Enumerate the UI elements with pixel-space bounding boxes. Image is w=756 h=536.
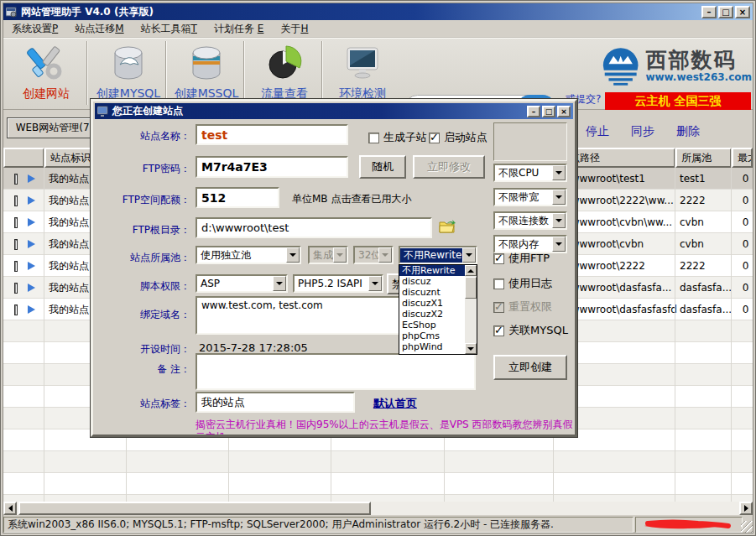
row-checkbox[interactable] — [14, 217, 18, 228]
connection-limit-select[interactable]: 不限连接数 — [493, 211, 567, 230]
site-run-icon[interactable] — [28, 305, 35, 314]
quota-hint[interactable]: 单位MB 点击查看已用大小 — [292, 192, 411, 206]
site-name-label: 站点名称： — [98, 129, 190, 143]
default-homepage-link[interactable]: 默认首页 — [373, 396, 417, 411]
tab-web-site-management[interactable]: WEB网站管理(7) — [7, 117, 102, 138]
env-check-button[interactable]: 环境检测 — [325, 39, 400, 108]
site-name-input[interactable] — [196, 124, 348, 145]
redacted-scribble — [639, 519, 733, 531]
create-mysql-button[interactable]: 创建MYSQL — [91, 39, 166, 108]
dialog-close-button[interactable]: × — [557, 106, 571, 117]
ftp-password-label: FTP密码： — [98, 162, 190, 176]
pie-chart-icon — [264, 43, 305, 83]
site-run-icon[interactable] — [28, 284, 35, 292]
window-title: 网站管理助手 V4.0 (共享版) — [21, 5, 700, 19]
dropdown-scrollbar[interactable] — [465, 265, 477, 354]
open-time-value: 2015-7-28 17:28:05 — [199, 341, 308, 354]
chevron-down-icon[interactable] — [273, 276, 286, 291]
menu-site-migration[interactable]: 站点迁移M — [66, 20, 132, 38]
chevron-down-icon[interactable] — [552, 165, 566, 180]
site-run-icon[interactable] — [28, 218, 35, 226]
chevron-down-icon[interactable] — [552, 190, 566, 205]
create-now-button[interactable]: 立即创建 — [493, 355, 567, 380]
chevron-down-icon[interactable] — [286, 247, 300, 263]
promo-banner[interactable]: 云主机 全国三强 — [605, 92, 751, 110]
preview-box — [493, 122, 567, 161]
ftp-root-input[interactable] — [196, 217, 432, 238]
create-mssql-button[interactable]: 创建MSSQL — [169, 39, 244, 108]
toolbar-separator — [321, 41, 323, 105]
browse-folder-icon[interactable] — [439, 219, 456, 234]
use-log-checkbox[interactable]: 使用日志 — [493, 276, 552, 291]
site-run-icon[interactable] — [28, 196, 35, 205]
traffic-view-button[interactable]: 流量查看 — [247, 39, 322, 108]
asp-select[interactable]: ASP — [196, 274, 288, 293]
close-button[interactable]: × — [735, 6, 750, 18]
brand-url[interactable]: www.west263.com — [645, 71, 752, 83]
php-select[interactable]: PHP5.2 ISAPI — [293, 274, 383, 293]
scroll-down-button[interactable] — [465, 343, 477, 354]
sync-link[interactable]: 同步 — [631, 124, 654, 139]
row-checkbox[interactable] — [14, 239, 18, 250]
cpu-limit-select[interactable]: 不限CPU — [493, 164, 567, 182]
ftp-quota-input[interactable] — [196, 187, 279, 208]
dialog-maximize-button[interactable]: □ — [542, 106, 555, 117]
rewrite-dropdown-list: 不用Rewrite discuz discuznt discuzX1 discu… — [399, 264, 477, 355]
site-run-icon[interactable] — [28, 262, 35, 270]
dropdown-scroll-thumb[interactable] — [465, 277, 477, 299]
site-run-icon[interactable] — [28, 240, 35, 248]
header-pool[interactable]: 所属池 — [675, 148, 732, 168]
scroll-right-button[interactable] — [739, 502, 753, 515]
status-server-panel — [635, 517, 743, 533]
mysql-db-icon — [108, 43, 149, 83]
minimize-button[interactable]: – — [701, 6, 717, 18]
west263-logo-icon — [601, 45, 640, 87]
rewrite-select[interactable]: 不用Rewrite — [399, 246, 477, 264]
notice-text: 揭密云主机行业真相！国内95%以上的云主机是假云、是VPS 西部数码教您辨别真假… — [196, 419, 575, 437]
site-tag-label: 站点标签： — [98, 397, 190, 411]
chevron-down-icon[interactable] — [368, 276, 382, 291]
start-site-checkbox[interactable]: 启动站点 — [429, 130, 487, 145]
gen-substation-checkbox[interactable]: 生成子站 — [368, 130, 427, 145]
script-perm-label: 脚本权限： — [98, 279, 190, 294]
row-checkbox[interactable] — [14, 261, 18, 272]
stop-link[interactable]: 停止 — [586, 124, 609, 139]
horizontal-scrollbar[interactable] — [3, 502, 753, 515]
chevron-down-icon[interactable] — [552, 213, 566, 228]
delete-link[interactable]: 删除 — [676, 124, 700, 139]
link-mysql-checkbox[interactable]: 关联MYSQL — [493, 323, 568, 338]
menu-webmaster-toolbox[interactable]: 站长工具箱T — [133, 20, 206, 38]
grid-line — [44, 148, 44, 502]
menu-scheduled-tasks[interactable]: 计划任务 E — [206, 20, 272, 38]
use-ftp-checkbox[interactable]: 使用FTP — [493, 251, 550, 266]
remark-label: 备 注： — [98, 362, 190, 377]
scroll-left-button[interactable] — [3, 502, 17, 515]
ftp-password-input[interactable] — [196, 156, 348, 178]
chevron-down-icon[interactable] — [552, 237, 566, 252]
scroll-up-button[interactable] — [465, 265, 477, 276]
menu-about[interactable]: 关于H — [272, 20, 316, 38]
random-button[interactable]: 随机 — [359, 155, 406, 179]
bind-domain-label: 绑定域名： — [98, 308, 190, 322]
create-site-button[interactable]: 创建网站 — [8, 39, 84, 108]
scrollbar-thumb[interactable] — [18, 502, 371, 515]
menu-system-settings[interactable]: 系统设置P — [3, 20, 66, 38]
toolbar-separator — [86, 41, 88, 105]
site-run-icon[interactable] — [28, 174, 35, 183]
bandwidth-limit-select[interactable]: 不限带宽 — [493, 188, 567, 206]
row-checkbox[interactable] — [14, 174, 18, 185]
chevron-down-icon — [333, 247, 347, 263]
pool-mode-select[interactable]: 使用独立池 — [196, 246, 301, 264]
row-checkbox[interactable] — [14, 304, 18, 315]
modify-now-button[interactable]: 立即修改 — [413, 155, 485, 179]
header-max[interactable]: 最大 — [732, 148, 753, 168]
row-checkbox[interactable] — [14, 283, 18, 294]
dialog-minimize-button[interactable]: – — [527, 106, 540, 117]
resize-grip[interactable] — [741, 521, 753, 533]
chevron-down-icon[interactable] — [462, 247, 476, 263]
remark-textarea[interactable] — [196, 353, 476, 390]
maximize-button[interactable]: □ — [718, 6, 733, 18]
site-tag-input[interactable] — [196, 392, 355, 413]
monitor-icon — [342, 43, 383, 83]
row-checkbox[interactable] — [14, 195, 18, 206]
